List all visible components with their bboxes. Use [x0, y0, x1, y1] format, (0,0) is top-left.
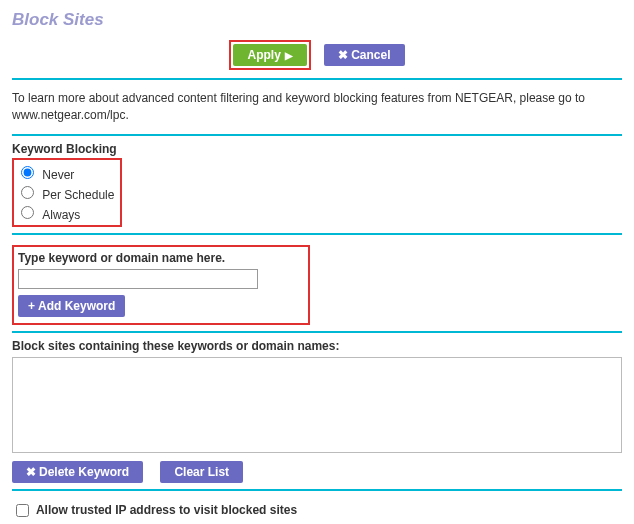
divider: [12, 331, 622, 333]
radio-never[interactable]: [21, 166, 34, 179]
keyword-blocking-radio-group: Never Per Schedule Always: [12, 158, 122, 227]
radio-per-schedule[interactable]: [21, 186, 34, 199]
radio-per-schedule-label: Per Schedule: [42, 188, 114, 202]
radio-never-label: Never: [42, 168, 74, 182]
plus-icon: +: [28, 299, 35, 313]
add-keyword-button[interactable]: +Add Keyword: [18, 295, 125, 317]
trusted-ip-checkbox-row: Allow trusted IP address to visit blocke…: [12, 501, 622, 520]
divider: [12, 134, 622, 136]
delete-keyword-button[interactable]: ✖Delete Keyword: [12, 461, 143, 483]
keyword-input-label: Type keyword or domain name here.: [18, 251, 258, 265]
clear-list-button[interactable]: Clear List: [160, 461, 243, 483]
keyword-input[interactable]: [18, 269, 258, 289]
apply-highlight-box: Apply▶: [229, 40, 310, 70]
block-list-heading: Block sites containing these keywords or…: [12, 339, 622, 353]
page-title: Block Sites: [12, 10, 622, 30]
add-keyword-label: Add Keyword: [38, 299, 115, 313]
divider: [12, 233, 622, 235]
divider: [12, 78, 622, 80]
cancel-button-label: Cancel: [351, 48, 390, 62]
radio-always-label: Always: [42, 208, 80, 222]
top-button-bar: Apply▶ ✖Cancel: [12, 40, 622, 70]
info-text: To learn more about advanced content fil…: [12, 90, 622, 124]
play-icon: ▶: [285, 50, 293, 61]
blocked-keywords-list[interactable]: [12, 357, 622, 453]
trusted-ip-checkbox-label: Allow trusted IP address to visit blocke…: [36, 502, 297, 516]
delete-keyword-label: Delete Keyword: [39, 465, 129, 479]
divider: [12, 489, 622, 491]
apply-button-label: Apply: [247, 48, 280, 62]
radio-always[interactable]: [21, 206, 34, 219]
cancel-button[interactable]: ✖Cancel: [324, 44, 404, 66]
keyword-blocking-heading: Keyword Blocking: [12, 142, 622, 156]
clear-list-label: Clear List: [174, 465, 229, 479]
apply-button[interactable]: Apply▶: [233, 44, 306, 66]
close-icon: ✖: [26, 465, 36, 479]
list-action-bar: ✖Delete Keyword Clear List: [12, 461, 622, 483]
trusted-ip-checkbox[interactable]: [16, 504, 29, 517]
keyword-entry-box: Type keyword or domain name here. +Add K…: [12, 245, 310, 325]
close-icon: ✖: [338, 48, 348, 62]
